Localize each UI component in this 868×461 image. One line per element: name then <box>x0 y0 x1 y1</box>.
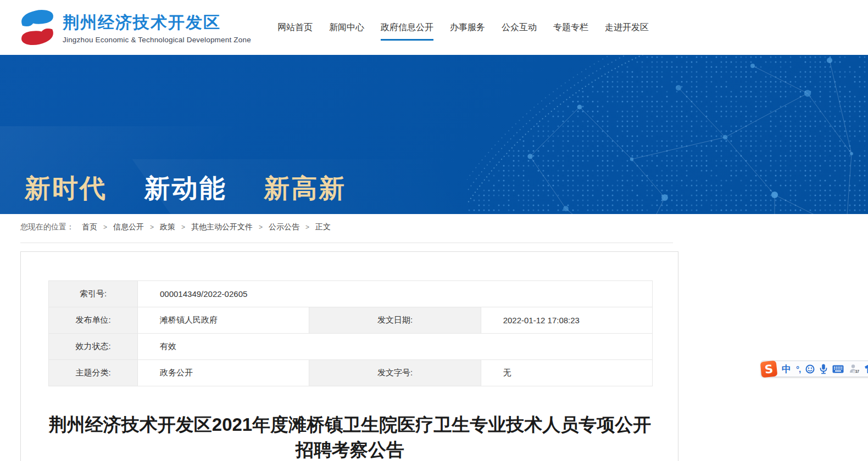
publisher-value: 滩桥镇人民政府 <box>138 307 309 334</box>
nav-item-services[interactable]: 办事服务 <box>450 0 485 55</box>
globe-network-graphic <box>467 55 868 214</box>
main-nav: 网站首页 新闻中心 政府信息公开 办事服务 公众互动 专题专栏 走进开发区 <box>277 0 649 55</box>
breadcrumb-separator: > <box>103 223 107 231</box>
svg-text:17: 17 <box>855 369 859 373</box>
breadcrumb-item-other-docs[interactable]: 其他主动公开文件 <box>191 222 253 232</box>
site-header: 荆州经济技术开发区 Jingzhou Economic & Technologi… <box>0 0 868 55</box>
nav-item-home[interactable]: 网站首页 <box>277 0 313 55</box>
soft-keyboard-icon[interactable] <box>832 365 844 373</box>
punctuation-icon[interactable]: °, <box>796 364 800 374</box>
hero-banner: 新时代 新动能 新高新 <box>0 55 868 214</box>
publisher-label: 发布单位: <box>49 307 138 334</box>
nav-item-topics[interactable]: 专题专栏 <box>553 0 588 55</box>
microphone-icon[interactable] <box>820 364 827 374</box>
index-number-label: 索引号: <box>49 281 138 307</box>
index-number-value: 000014349/2022-02605 <box>138 281 653 307</box>
breadcrumb-separator: > <box>181 223 185 231</box>
site-subtitle: Jingzhou Economic & Technological Develo… <box>63 36 251 44</box>
nav-item-interaction[interactable]: 公众互动 <box>502 0 537 55</box>
publish-date-label: 发文日期: <box>309 307 481 334</box>
breadcrumb-divider <box>20 243 673 243</box>
publish-date-value: 2022-01-12 17:08:23 <box>481 307 652 334</box>
tshirt-skin-icon[interactable] <box>864 364 868 374</box>
banner-slogans: 新时代 新动能 新高新 <box>25 171 376 206</box>
breadcrumb-separator: > <box>150 223 154 231</box>
logo-s-icon <box>15 5 59 49</box>
breadcrumb: 您现在的位置： 首页 > 信息公开 > 政策 > 其他主动公开文件 > 公示公告… <box>20 222 331 232</box>
validity-label: 效力状态: <box>49 334 138 360</box>
table-row: 索引号: 000014349/2022-02605 <box>49 281 653 307</box>
slogan-new-energy: 新动能 <box>144 171 227 206</box>
sogou-logo-icon[interactable]: S <box>760 360 778 378</box>
breadcrumb-separator: > <box>305 223 309 231</box>
emoji-icon[interactable] <box>805 364 815 374</box>
slogan-new-hightech: 新高新 <box>264 171 347 206</box>
site-title: 荆州经济技术开发区 <box>63 12 251 34</box>
breadcrumb-item-notices[interactable]: 公示公告 <box>269 222 299 232</box>
breadcrumb-item-policy[interactable]: 政策 <box>160 222 175 232</box>
nav-item-news[interactable]: 新闻中心 <box>329 0 364 55</box>
topic-category-label: 主题分类: <box>49 360 138 386</box>
ime-toolbar: S 中 °, 17 <box>761 361 868 377</box>
table-row: 效力状态: 有效 <box>49 334 653 360</box>
breadcrumb-prefix: 您现在的位置： <box>20 222 74 232</box>
document-info-table: 索引号: 000014349/2022-02605 发布单位: 滩桥镇人民政府 … <box>48 280 653 386</box>
slogan-new-era: 新时代 <box>25 171 107 206</box>
nav-item-gov-info[interactable]: 政府信息公开 <box>381 0 433 55</box>
chinese-mode-icon[interactable]: 中 <box>782 363 791 375</box>
table-row: 主题分类: 政务公开 发文字号: 无 <box>49 360 653 386</box>
table-row: 发布单位: 滩桥镇人民政府 发文日期: 2022-01-12 17:08:23 <box>49 307 653 334</box>
article-title: 荆州经济技术开发区2021年度滩桥镇卫生院医疗卫生专业技术人员专项公开招聘考察公… <box>45 412 655 461</box>
breadcrumb-bar: 您现在的位置： 首页 > 信息公开 > 政策 > 其他主动公开文件 > 公示公告… <box>0 214 868 243</box>
person-skin-icon[interactable]: 17 <box>849 364 859 374</box>
nav-item-about[interactable]: 走进开发区 <box>605 0 649 55</box>
doc-number-label: 发文字号: <box>309 360 481 386</box>
site-logo[interactable]: 荆州经济技术开发区 Jingzhou Economic & Technologi… <box>15 5 251 49</box>
breadcrumb-item-info[interactable]: 信息公开 <box>113 222 144 232</box>
article-container: 索引号: 000014349/2022-02605 发布单位: 滩桥镇人民政府 … <box>20 251 678 461</box>
breadcrumb-item-home[interactable]: 首页 <box>82 222 97 232</box>
breadcrumb-item-current: 正文 <box>315 222 331 232</box>
validity-value: 有效 <box>138 334 653 360</box>
breadcrumb-separator: > <box>259 223 263 231</box>
doc-number-value: 无 <box>481 360 652 386</box>
topic-category-value: 政务公开 <box>138 360 309 386</box>
